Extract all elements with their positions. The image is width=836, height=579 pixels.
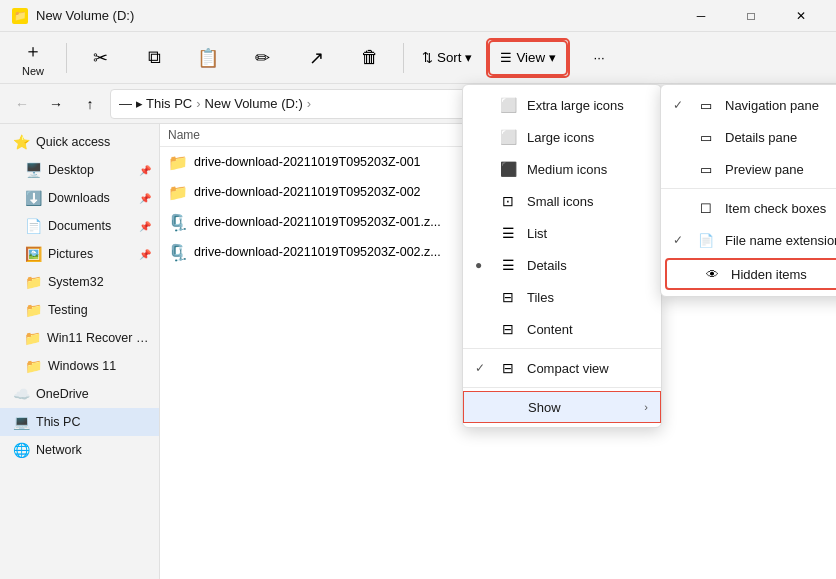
sidebar-item-downloads[interactable]: ⬇️ Downloads 📌	[0, 184, 159, 212]
show-separator	[661, 188, 836, 189]
documents-icon: 📄	[24, 218, 42, 234]
sort-button[interactable]: ⇅ Sort ▾	[412, 40, 482, 76]
breadcrumb-end: ›	[307, 96, 311, 111]
submenu-chevron: ›	[644, 401, 648, 413]
folder-icon: 📁	[24, 274, 42, 290]
copy-button[interactable]: ⧉	[129, 36, 179, 80]
up-button[interactable]: ↑	[76, 90, 104, 118]
show-option-item-checkboxes[interactable]: ☐ Item check boxes	[661, 192, 836, 224]
rename-button[interactable]: ✏	[237, 36, 287, 80]
thispc-icon: 💻	[12, 414, 30, 430]
sidebar-item-label: Documents	[48, 219, 111, 233]
sort-chevron: ▾	[465, 50, 472, 65]
sidebar-item-label: Downloads	[48, 191, 110, 205]
details-pane-icon: ▭	[697, 130, 715, 145]
maximize-button[interactable]: □	[728, 0, 774, 32]
details-icon: ☰	[499, 257, 517, 273]
view-option-compact[interactable]: ✓ ⊟ Compact view	[463, 352, 661, 384]
minimize-button[interactable]: ─	[678, 0, 724, 32]
share-icon: ↗	[309, 47, 324, 69]
toolbar-separator-2	[403, 43, 404, 73]
sidebar-item-label: OneDrive	[36, 387, 89, 401]
sidebar-item-thispc[interactable]: 💻 This PC	[0, 408, 159, 436]
di-label: Details	[527, 258, 649, 273]
more-icon: ···	[594, 50, 605, 65]
new-button[interactable]: ＋ New	[8, 36, 58, 80]
sidebar-item-label: Windows 11	[48, 359, 116, 373]
dropdown-separator	[463, 348, 661, 349]
zip-icon: 🗜️	[168, 213, 188, 232]
window-controls: ─ □ ✕	[678, 0, 824, 32]
network-icon: 🌐	[12, 442, 30, 458]
view-option-content[interactable]: ⊟ Content	[463, 313, 661, 345]
more-button[interactable]: ···	[574, 40, 624, 76]
sidebar-item-testing[interactable]: 📁 Testing	[0, 296, 159, 324]
di-label: Tiles	[527, 290, 649, 305]
folder-icon: 📁	[24, 302, 42, 318]
zip-icon: 🗜️	[168, 243, 188, 262]
forward-button[interactable]: →	[42, 90, 70, 118]
sidebar-item-label: System32	[48, 275, 104, 289]
view-option-medium[interactable]: ⬛ Medium icons	[463, 153, 661, 185]
view-option-show[interactable]: Show ›	[463, 391, 661, 423]
sidebar-item-system32[interactable]: 📁 System32	[0, 268, 159, 296]
sort-label: Sort	[437, 50, 461, 65]
check-compact: ✓	[475, 361, 489, 375]
sidebar: ⭐ Quick access 🖥️ Desktop 📌 ⬇️ Downloads…	[0, 124, 160, 579]
view-option-extra-large[interactable]: ⬜ Extra large icons	[463, 89, 661, 121]
toolbar-separator-1	[66, 43, 67, 73]
breadcrumb-thispc[interactable]: — ▸ This PC	[119, 96, 192, 111]
view-option-details[interactable]: ● ☰ Details	[463, 249, 661, 281]
dropdown-separator-2	[463, 387, 661, 388]
desktop-icon: 🖥️	[24, 162, 42, 178]
sidebar-item-label: Testing	[48, 303, 88, 317]
sidebar-item-documents[interactable]: 📄 Documents 📌	[0, 212, 159, 240]
breadcrumb-volume[interactable]: New Volume (D:)	[205, 96, 303, 111]
check-extensions: ✓	[673, 233, 687, 247]
show-option-nav-pane[interactable]: ✓ ▭ Navigation pane	[661, 89, 836, 121]
show-option-hidden-items[interactable]: 👁 Hidden items	[665, 258, 836, 290]
si-label: Preview pane	[725, 162, 804, 177]
sidebar-item-desktop[interactable]: 🖥️ Desktop 📌	[0, 156, 159, 184]
view-option-small[interactable]: ⊡ Small icons	[463, 185, 661, 217]
sort-icon: ⇅	[422, 50, 433, 65]
tiles-icon: ⊟	[499, 289, 517, 305]
view-option-list[interactable]: ☰ List	[463, 217, 661, 249]
si-label: Item check boxes	[725, 201, 826, 216]
cut-button[interactable]: ✂	[75, 36, 125, 80]
back-button[interactable]: ←	[8, 90, 36, 118]
share-button[interactable]: ↗	[291, 36, 341, 80]
window-title: New Volume (D:)	[36, 8, 134, 23]
nav-pane-icon: ▭	[697, 98, 715, 113]
sidebar-item-pictures[interactable]: 🖼️ Pictures 📌	[0, 240, 159, 268]
show-option-file-extensions[interactable]: ✓ 📄 File name extensions	[661, 224, 836, 256]
folder-icon: 📁	[24, 358, 42, 374]
view-option-large[interactable]: ⬜ Large icons	[463, 121, 661, 153]
view-button-wrapper: ☰ View ▾	[486, 38, 570, 78]
di-label: List	[527, 226, 649, 241]
show-option-details-pane[interactable]: ▭ Details pane	[661, 121, 836, 153]
sidebar-item-quick-access[interactable]: ⭐ Quick access	[0, 128, 159, 156]
folder-icon: 📁	[168, 183, 188, 202]
sidebar-item-onedrive[interactable]: ☁️ OneDrive	[0, 380, 159, 408]
extensions-icon: 📄	[697, 233, 715, 248]
checkboxes-icon: ☐	[697, 201, 715, 216]
sidebar-item-windows11[interactable]: 📁 Windows 11	[0, 352, 159, 380]
pictures-icon: 🖼️	[24, 246, 42, 262]
extra-large-icon: ⬜	[499, 97, 517, 113]
new-icon: ＋	[24, 39, 42, 63]
breadcrumb-sep: ›	[196, 96, 200, 111]
sidebar-item-network[interactable]: 🌐 Network	[0, 436, 159, 464]
close-button[interactable]: ✕	[778, 0, 824, 32]
show-dropdown: ✓ ▭ Navigation pane ▭ Details pane ▭ Pre…	[660, 84, 836, 297]
paste-button[interactable]: 📋	[183, 36, 233, 80]
sidebar-item-label: Win11 Recover Lost	[47, 331, 151, 345]
show-option-preview-pane[interactable]: ▭ Preview pane	[661, 153, 836, 185]
sidebar-item-win11recover[interactable]: 📁 Win11 Recover Lost	[0, 324, 159, 352]
delete-button[interactable]: 🗑	[345, 36, 395, 80]
medium-icon: ⬛	[499, 161, 517, 177]
di-label: Medium icons	[527, 162, 649, 177]
view-option-tiles[interactable]: ⊟ Tiles	[463, 281, 661, 313]
view-button[interactable]: ☰ View ▾	[488, 40, 568, 76]
title-bar: 📁 New Volume (D:) ─ □ ✕	[0, 0, 836, 32]
